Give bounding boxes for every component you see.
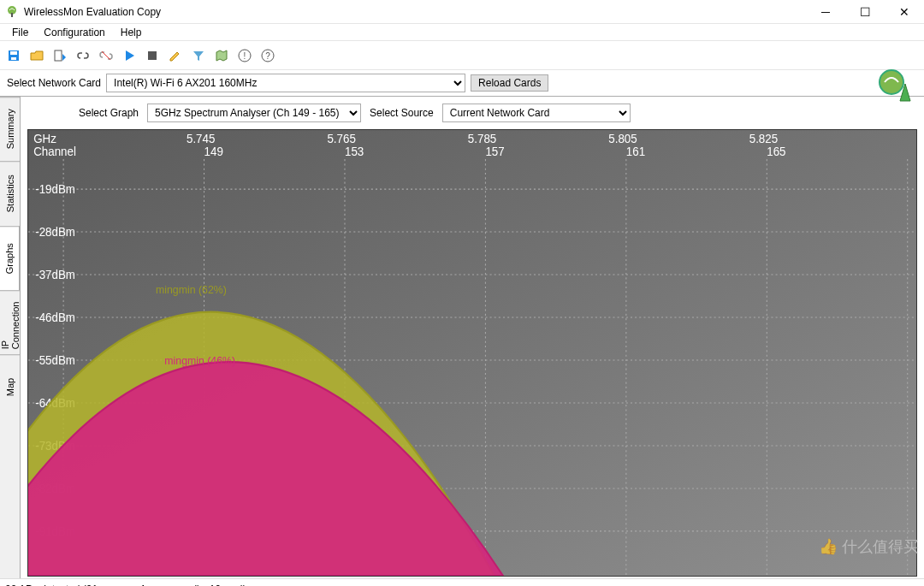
- select-source-label: Select Source: [370, 107, 434, 119]
- window-title: WirelessMon Evaluation Copy: [24, 6, 806, 18]
- svg-text:5.785: 5.785: [468, 133, 496, 145]
- svg-text:165: 165: [767, 145, 785, 158]
- open-icon[interactable]: [27, 45, 47, 66]
- svg-text:mingmin (46%): mingmin (46%): [164, 355, 235, 367]
- svg-text:5.765: 5.765: [327, 133, 355, 145]
- svg-rect-5: [55, 50, 62, 61]
- menu-configuration[interactable]: Configuration: [37, 25, 111, 40]
- select-graph-dropdown[interactable]: 5GHz Spectrum Analyser (Ch 149 - 165): [147, 104, 361, 122]
- svg-text:-46dBm: -46dBm: [35, 311, 75, 324]
- select-card-label: Select Network Card: [7, 77, 101, 89]
- log-icon[interactable]: [50, 45, 70, 66]
- select-source-dropdown[interactable]: Current Network Card: [442, 104, 631, 122]
- unlink-icon[interactable]: [96, 45, 116, 66]
- spectrum-chart: GHz Channel 5.745 149 5.765 153 5.785 15…: [27, 129, 917, 577]
- svg-rect-1: [11, 13, 13, 17]
- info-icon[interactable]: !: [234, 45, 255, 66]
- svg-text:Channel: Channel: [33, 145, 76, 158]
- minimize-button[interactable]: ─: [806, 0, 845, 24]
- edit-icon[interactable]: [165, 45, 186, 66]
- select-graph-label: Select Graph: [79, 107, 139, 119]
- maximize-button[interactable]: ☐: [845, 0, 885, 24]
- svg-text:153: 153: [345, 145, 364, 158]
- svg-text:mingmin (62%): mingmin (62%): [156, 284, 227, 296]
- tab-statistics[interactable]: Statistics: [0, 161, 20, 225]
- help-icon[interactable]: ?: [258, 45, 278, 66]
- play-icon[interactable]: [119, 45, 139, 66]
- svg-text:-28dBm: -28dBm: [35, 226, 75, 239]
- close-button[interactable]: ✕: [885, 0, 924, 24]
- tab-graphs[interactable]: Graphs: [0, 226, 20, 290]
- save-icon[interactable]: [3, 45, 24, 66]
- map-icon[interactable]: [211, 45, 232, 66]
- svg-text:5.805: 5.805: [608, 133, 637, 145]
- app-icon: [5, 5, 19, 19]
- tab-summary[interactable]: Summary: [0, 97, 20, 161]
- svg-text:5.825: 5.825: [749, 133, 778, 145]
- tab-ip-connection[interactable]: IP Connection: [0, 290, 20, 354]
- link-icon[interactable]: [73, 45, 93, 66]
- tab-map[interactable]: Map: [0, 354, 20, 418]
- svg-rect-4: [11, 57, 16, 60]
- svg-text:5.745: 5.745: [187, 133, 215, 145]
- reload-cards-button[interactable]: Reload Cards: [471, 74, 548, 92]
- svg-text:-19dBm: -19dBm: [35, 183, 75, 196]
- svg-text:157: 157: [485, 145, 504, 158]
- stop-icon[interactable]: [142, 45, 163, 66]
- status-text: 22 APs detected (21 secure - 1 unsecured…: [5, 583, 251, 587]
- svg-text:?: ?: [265, 51, 270, 61]
- svg-rect-6: [148, 51, 157, 60]
- svg-text:-55dBm: -55dBm: [35, 354, 75, 367]
- svg-rect-3: [10, 51, 17, 55]
- menu-help[interactable]: Help: [114, 25, 149, 40]
- svg-text:149: 149: [204, 145, 223, 158]
- svg-text:GHz: GHz: [33, 133, 56, 145]
- app-logo-icon: [876, 67, 914, 104]
- menu-file[interactable]: File: [5, 25, 35, 40]
- svg-text:-37dBm: -37dBm: [35, 269, 75, 281]
- svg-text:!: !: [244, 51, 246, 61]
- network-card-select[interactable]: Intel(R) Wi-Fi 6 AX201 160MHz: [106, 74, 465, 92]
- svg-text:161: 161: [626, 145, 645, 158]
- filter-icon[interactable]: [188, 45, 209, 66]
- svg-point-11: [880, 70, 903, 94]
